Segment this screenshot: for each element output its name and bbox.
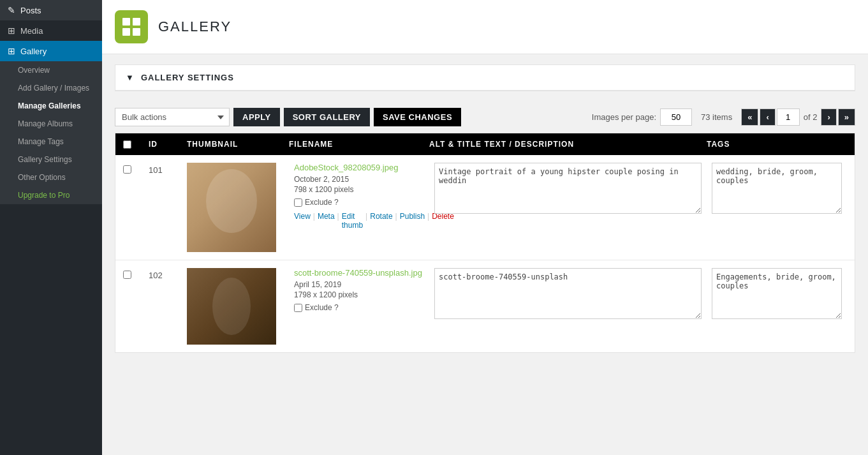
- row-1-sep4: |: [395, 212, 397, 230]
- sidebar-subitem-manage-galleries[interactable]: Manage Galleries: [0, 97, 102, 115]
- row-1-checkbox-cell[interactable]: [123, 163, 149, 174]
- gallery-table: ID THUMBNAIL FILENAME ALT & TITLE TEXT /…: [115, 133, 855, 353]
- toolbar: Bulk actions APPLY SORT GALLERY SAVE CHA…: [115, 101, 855, 133]
- row-1-publish-link[interactable]: Publish: [400, 212, 425, 230]
- row-1-filename-cell: AdobeStock_98208059.jpeg October 2, 2015…: [289, 163, 429, 230]
- row-2-checkbox-cell[interactable]: [123, 268, 149, 279]
- row-1-alt-textarea[interactable]: Vintage portrait of a young hipster coup…: [434, 163, 702, 214]
- sidebar-subitem-upgrade[interactable]: Upgrade to Pro: [0, 186, 102, 204]
- posts-icon: ✎: [8, 5, 15, 15]
- save-changes-button[interactable]: SAVE CHANGES: [374, 108, 461, 126]
- header-filename: FILENAME: [289, 140, 429, 149]
- row-1-id: 101: [149, 163, 187, 175]
- row-1-meta-link[interactable]: Meta: [318, 212, 335, 230]
- images-per-page-label: Images per page:: [592, 112, 656, 122]
- header-tags: TAGS: [707, 140, 847, 149]
- sidebar-subitem-manage-tags[interactable]: Manage Tags: [0, 133, 102, 151]
- row-1-sep1: |: [313, 212, 315, 230]
- table-row: 102 scott-broome-740559-unsplash.jpg Apr…: [115, 260, 855, 352]
- row-1-exclude-checkbox[interactable]: [294, 198, 302, 207]
- row-2-filename-cell: scott-broome-740559-unsplash.jpg April 1…: [289, 268, 429, 312]
- row-1-exclude-row: Exclude ?: [294, 198, 424, 207]
- sidebar-item-gallery-label: Gallery: [20, 47, 47, 56]
- sidebar-subitem-other-options[interactable]: Other Options: [0, 168, 102, 186]
- items-count: 73 items: [701, 112, 732, 122]
- row-2-exclude-checkbox[interactable]: [294, 304, 302, 312]
- gallery-settings-section: ▼ GALLERY SETTINGS: [115, 64, 855, 91]
- sidebar-item-posts[interactable]: ✎ Posts: [0, 0, 102, 20]
- settings-chevron-icon: ▼: [126, 73, 135, 82]
- select-all-checkbox[interactable]: [123, 140, 131, 149]
- sidebar: ✎ Posts ⊞ Media ⊞ Gallery Overview Add G…: [0, 0, 102, 455]
- media-icon: ⊞: [8, 26, 15, 36]
- gallery-logo: [115, 10, 148, 43]
- row-1-dimensions: 798 x 1200 pixels: [294, 185, 424, 194]
- pagination-current-input[interactable]: [777, 108, 800, 126]
- apply-button[interactable]: APPLY: [233, 108, 280, 126]
- header-thumbnail: THUMBNAIL: [187, 140, 289, 149]
- header-id: ID: [149, 140, 187, 149]
- settings-header-label: GALLERY SETTINGS: [141, 73, 234, 82]
- sidebar-item-media[interactable]: ⊞ Media: [0, 20, 102, 41]
- svg-rect-2: [122, 28, 130, 36]
- svg-rect-1: [133, 18, 140, 26]
- gallery-settings-header[interactable]: ▼ GALLERY SETTINGS: [115, 65, 855, 91]
- gallery-icon: ⊞: [8, 46, 15, 56]
- main-content: GALLERY ▼ GALLERY SETTINGS Bulk actions …: [102, 0, 868, 455]
- pagination-prev-button[interactable]: ‹: [760, 108, 775, 126]
- bulk-actions-select[interactable]: Bulk actions: [115, 108, 230, 126]
- svg-rect-0: [122, 18, 130, 26]
- sort-gallery-button[interactable]: SORT GALLERY: [284, 108, 370, 126]
- row-2-exclude-label: Exclude ?: [305, 303, 339, 312]
- sidebar-item-gallery[interactable]: ⊞ Gallery: [0, 41, 102, 61]
- row-2-checkbox[interactable]: [123, 271, 131, 279]
- pagination-last-button[interactable]: »: [838, 108, 855, 126]
- gallery-logo-icon: [121, 16, 142, 38]
- page-title: GALLERY: [158, 19, 232, 35]
- pagination: « ‹ of 2 › »: [741, 108, 855, 126]
- sidebar-subitem-overview[interactable]: Overview: [0, 61, 102, 79]
- row-2-alt-cell: scott-broome-740559-unsplash: [429, 268, 707, 321]
- row-2-thumbnail: [187, 268, 289, 345]
- row-1-sep2: |: [337, 212, 339, 230]
- row-1-photo: [187, 163, 276, 252]
- sidebar-item-media-label: Media: [20, 26, 43, 36]
- row-1-thumbnail: [187, 163, 289, 252]
- pagination-total: of 2: [801, 112, 820, 122]
- sidebar-item-posts-label: Posts: [20, 6, 41, 15]
- table-row: 101 AdobeStock_98208059.jpeg October 2, …: [115, 155, 855, 260]
- row-1-view-link[interactable]: View: [294, 212, 311, 230]
- row-2-tags-cell: Engagements, bride, groom, couples: [707, 268, 847, 321]
- row-1-tags-cell: wedding, bride, groom, couples: [707, 163, 847, 216]
- row-2-filename-link[interactable]: scott-broome-740559-unsplash.jpg: [294, 268, 422, 278]
- header-alt-text: ALT & TITLE TEXT / DESCRIPTION: [429, 140, 707, 149]
- row-2-tags-textarea[interactable]: Engagements, bride, groom, couples: [712, 268, 842, 319]
- row-1-sep3: |: [365, 212, 367, 230]
- row-1-filename-link[interactable]: AdobeStock_98208059.jpeg: [294, 163, 398, 172]
- row-1-edit-thumb-link[interactable]: Edit thumb: [342, 212, 363, 230]
- sidebar-subitem-add-gallery[interactable]: Add Gallery / Images: [0, 79, 102, 97]
- row-2-alt-textarea[interactable]: scott-broome-740559-unsplash: [434, 268, 702, 319]
- table-header: ID THUMBNAIL FILENAME ALT & TITLE TEXT /…: [115, 133, 855, 155]
- images-per-page-input[interactable]: [660, 108, 692, 126]
- row-1-checkbox[interactable]: [123, 165, 131, 174]
- row-1-tags-textarea[interactable]: wedding, bride, groom, couples: [712, 163, 842, 214]
- row-2-dimensions: 1798 x 1200 pixels: [294, 290, 424, 299]
- pagination-first-button[interactable]: «: [741, 108, 758, 126]
- sidebar-subitem-manage-albums[interactable]: Manage Albums: [0, 115, 102, 133]
- row-1-date: October 2, 2015: [294, 175, 424, 184]
- header-checkbox-cell[interactable]: [123, 140, 149, 149]
- sidebar-submenu: Overview Add Gallery / Images Manage Gal…: [0, 61, 102, 204]
- row-2-id: 102: [149, 268, 187, 280]
- page-header: GALLERY: [102, 0, 868, 54]
- row-1-rotate-link[interactable]: Rotate: [370, 212, 392, 230]
- row-2-date: April 15, 2019: [294, 280, 424, 289]
- pagination-next-button[interactable]: ›: [821, 108, 836, 126]
- row-1-exclude-label: Exclude ?: [305, 198, 339, 207]
- sidebar-subitem-gallery-settings[interactable]: Gallery Settings: [0, 151, 102, 168]
- row-2-photo: [187, 268, 276, 345]
- row-2-exclude-row: Exclude ?: [294, 303, 424, 312]
- svg-rect-3: [133, 28, 140, 36]
- row-1-actions: View | Meta | Edit thumb | Rotate | Publ…: [294, 212, 424, 230]
- row-1-alt-cell: Vintage portrait of a young hipster coup…: [429, 163, 707, 216]
